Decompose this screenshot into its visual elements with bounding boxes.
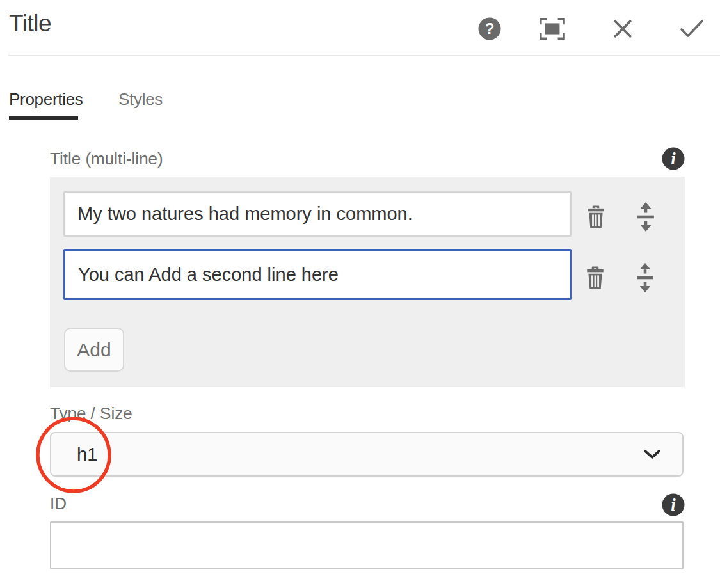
multifield-panel: Add (50, 177, 685, 387)
id-input[interactable] (50, 521, 684, 569)
cancel-button[interactable] (610, 16, 636, 42)
type-size-selected-value: h1 (77, 444, 97, 465)
type-size-select[interactable]: h1 (50, 432, 684, 477)
question-mark-circle-icon: ? (477, 17, 502, 41)
active-tab-underline (9, 116, 78, 120)
delete-line-2-button[interactable] (580, 262, 610, 294)
svg-text:?: ? (485, 20, 495, 37)
confirm-button[interactable] (679, 16, 705, 42)
info-icon: i (661, 493, 685, 517)
multiline-info-button[interactable]: i (661, 147, 685, 171)
svg-text:i: i (671, 149, 676, 168)
header-divider (8, 55, 720, 56)
reorder-line-1-handle[interactable] (631, 201, 660, 233)
reorder-line-2-handle[interactable] (630, 262, 660, 294)
fullscreen-button[interactable] (540, 16, 565, 42)
move-up-down-icon (636, 202, 656, 232)
chevron-down-icon (644, 450, 660, 459)
help-button[interactable]: ? (477, 16, 502, 42)
add-line-button[interactable]: Add (64, 328, 124, 372)
title-line-2-input[interactable] (63, 249, 572, 300)
multiline-field-label: Title (multi-line) (50, 149, 163, 169)
type-size-field-label: Type / Size (50, 404, 132, 424)
trash-icon (586, 205, 606, 228)
fullscreen-icon (540, 17, 565, 40)
checkmark-icon (680, 19, 704, 38)
title-line-1-input[interactable] (63, 191, 572, 237)
svg-text:i: i (671, 495, 676, 514)
delete-line-1-button[interactable] (581, 201, 611, 233)
id-field-label: ID (50, 494, 67, 514)
trash-icon (585, 266, 605, 289)
id-info-button[interactable]: i (661, 493, 685, 517)
title-component-dialog: { "dialog": { "title": "Title" }, "heade… (0, 0, 720, 588)
move-up-down-icon (635, 263, 655, 292)
info-icon: i (661, 147, 685, 171)
tab-properties[interactable]: Properties (9, 90, 83, 109)
close-icon (612, 19, 633, 39)
dialog-title: Title (9, 10, 51, 37)
tab-styles[interactable]: Styles (118, 90, 163, 109)
